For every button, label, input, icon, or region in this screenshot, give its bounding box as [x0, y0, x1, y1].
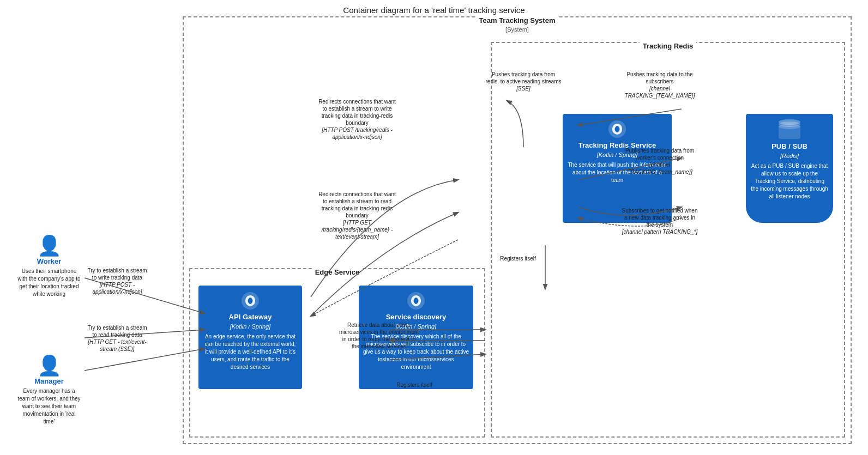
service-discovery-icon: [406, 291, 426, 311]
diagram-container: Container diagram for a 'real time' trac…: [0, 0, 868, 455]
main-title: Container diagram for a 'real time' trac…: [343, 5, 525, 15]
manager-name: Manager: [34, 377, 63, 385]
api-gateway-box: API Gateway [Kotlin / Spring] An edge se…: [198, 286, 302, 389]
worker-write-label: Try to establish a stream to write track…: [85, 267, 150, 295]
registers-itself-bottom-label: Registers itself: [382, 381, 447, 389]
pub-sub-desc: Act as a PUB / SUB engine that allow us …: [750, 162, 829, 201]
edge-service-label: Edge Service: [312, 268, 363, 276]
tracking-redis-box: Tracking Redis Tracking Redis Service [K…: [491, 42, 845, 438]
redirect-read-label: Redirects connections that want to estab…: [316, 191, 398, 240]
api-gateway-tech: [Kotlin / Spring]: [203, 323, 298, 330]
edge-service-box: Edge Service API Gateway [Kotlin / Sprin…: [189, 268, 485, 438]
worker-icon: 👤: [16, 234, 82, 257]
pub-sub-name: PUB / SUB: [750, 142, 829, 151]
registers-itself-top-label: Registers itself: [485, 255, 551, 262]
outer-box-label: Team Tracking System: [476, 16, 559, 25]
redirect-write-label: Redirects connections that want to estab…: [316, 98, 398, 141]
service-discovery-name: Service discovery: [363, 313, 469, 322]
pub-sub-icon: [777, 119, 801, 139]
pub-sub-tech: [Redis]: [750, 153, 829, 159]
worker-desc: Uses their smartphone with the company's…: [16, 268, 82, 298]
pub-sub-box: PUB / SUB [Redis] Act as a PUB / SUB eng…: [746, 114, 833, 223]
worker-name: Worker: [37, 257, 62, 265]
outer-box-sublabel: [System]: [502, 26, 532, 33]
retrieve-data-label: Retrieve data about active microservices…: [338, 321, 420, 350]
api-gateway-icon: [240, 291, 260, 311]
tracking-redis-label: Tracking Redis: [640, 42, 696, 50]
worker-read-label: Try to establish a stream to read tracki…: [85, 324, 150, 353]
worker-actor: 👤 Worker Uses their smartphone with the …: [16, 234, 82, 298]
manager-desc: Every manager has a team of workers, and…: [16, 387, 82, 426]
api-gateway-desc: An edge service, the only service that c…: [203, 333, 298, 371]
api-gateway-name: API Gateway: [203, 313, 298, 322]
push-subscribers-label: Pushes tracking data to the subscribers …: [622, 71, 698, 99]
manager-icon: 👤: [16, 354, 82, 377]
subscribes-label: Subscribes to get notified when a new da…: [622, 207, 698, 235]
publishes-label: Publishes tracking data from worker's co…: [622, 147, 698, 175]
push-sse-label: Pushes tracking data from redis, to acti…: [485, 71, 562, 92]
tracking-redis-service-icon: [607, 119, 627, 139]
manager-actor: 👤 Manager Every manager has a team of wo…: [16, 354, 82, 426]
